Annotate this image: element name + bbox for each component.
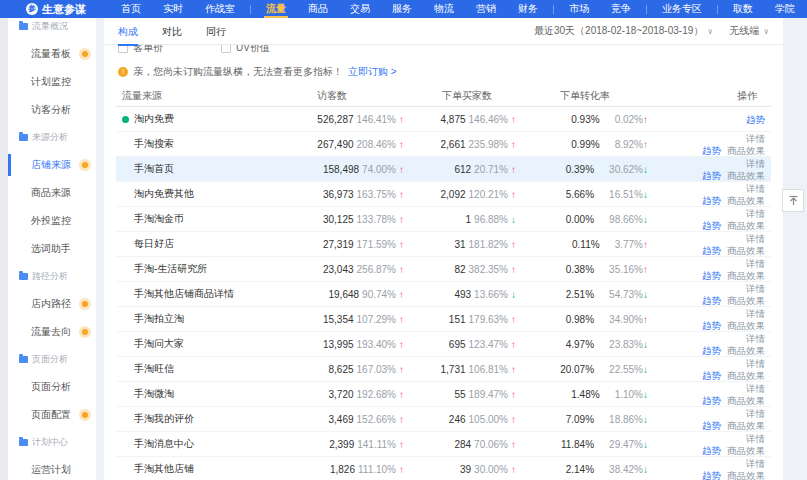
metric-checkbox-UV价值[interactable]: UV价值 — [221, 45, 270, 55]
nav-item-商品[interactable]: 商品 — [297, 0, 339, 18]
nav-item-市场[interactable]: 市场 — [558, 0, 600, 18]
detail-link[interactable]: 详情 — [746, 208, 765, 219]
sidebar-item-外投监控[interactable]: 外投监控 — [8, 207, 96, 235]
product-effect-link[interactable]: 商品效果 — [727, 145, 765, 156]
sidebar-item-店内路径[interactable]: 店内路径 — [8, 290, 96, 318]
trend-link[interactable]: 趋势 — [702, 470, 721, 480]
sidebar-section-流量概况[interactable]: 流量概况 — [8, 18, 96, 40]
detail-link[interactable]: 详情 — [746, 358, 765, 369]
nav-item-作战室[interactable]: 作战室 — [194, 0, 246, 18]
nav-item-服务[interactable]: 服务 — [381, 0, 423, 18]
detail-link[interactable]: 详情 — [746, 133, 765, 144]
nav-item-物流[interactable]: 物流 — [423, 0, 465, 18]
trend-link[interactable]: 趋势 — [702, 295, 721, 306]
conversion-cell: 20.07%22.55%↓ — [544, 364, 686, 375]
sidebar-item-店铺来源[interactable]: 店铺来源 — [8, 151, 96, 179]
metric-value: 15,354 — [323, 314, 354, 325]
product-effect-link[interactable]: 商品效果 — [727, 420, 765, 431]
sidebar-item-访客分析[interactable]: 访客分析 — [8, 96, 96, 124]
detail-link[interactable]: 详情 — [746, 233, 765, 244]
product-effect-link[interactable]: 商品效果 — [727, 170, 765, 181]
nav-item-营销[interactable]: 营销 — [465, 0, 507, 18]
metric-value: 158,498 — [323, 164, 359, 175]
sidebar-section-页面分析[interactable]: 页面分析 — [8, 346, 96, 373]
nav-item-交易[interactable]: 交易 — [339, 0, 381, 18]
sidebar-item-商品来源[interactable]: 商品来源 — [8, 179, 96, 207]
product-effect-link[interactable]: 商品效果 — [727, 470, 765, 480]
source-name-cell: 手淘问大家 — [116, 337, 301, 351]
back-to-top-button[interactable] — [782, 189, 804, 212]
subscribe-link[interactable]: 立即订购 > — [348, 65, 397, 79]
product-effect-link[interactable]: 商品效果 — [727, 395, 765, 406]
trend-link[interactable]: 趋势 — [702, 395, 721, 406]
sidebar-section-计划中心[interactable]: 计划中心 — [8, 429, 96, 456]
tab-对比[interactable]: 对比 — [162, 18, 182, 45]
conversion-cell: 0.39%30.62%↓ — [544, 164, 686, 175]
nav-item-学院[interactable]: 学院 — [764, 0, 806, 18]
nav-item-流量[interactable]: 流量 — [255, 0, 297, 18]
product-effect-link[interactable]: 商品效果 — [727, 345, 765, 356]
sidebar-item-计划监控[interactable]: 计划监控 — [8, 68, 96, 96]
trend-link[interactable]: 趋势 — [702, 170, 721, 181]
tab-构成[interactable]: 构成 — [118, 18, 138, 45]
detail-link[interactable]: 详情 — [746, 158, 765, 169]
detail-link[interactable]: 详情 — [746, 433, 765, 444]
trend-link[interactable]: 趋势 — [702, 145, 721, 156]
trend-link[interactable]: 趋势 — [702, 420, 721, 431]
detail-link[interactable]: 详情 — [746, 333, 765, 344]
nav-item-竞争[interactable]: 竞争 — [600, 0, 642, 18]
source-name: 手淘首页 — [134, 162, 174, 176]
metric-value: 13,995 — [323, 339, 354, 350]
date-range-picker[interactable]: 最近30天（2018-02-18~2018-03-19） ∨ — [534, 24, 713, 38]
nav-item-取数[interactable]: 取数 — [722, 0, 764, 18]
detail-link[interactable]: 详情 — [746, 458, 765, 469]
main-layout: 流量概况流量看板计划监控访客分析来源分析店铺来源商品来源外投监控选词助手路径分析… — [0, 18, 807, 480]
sidebar-item-流量去向[interactable]: 流量去向 — [8, 318, 96, 346]
detail-link[interactable]: 详情 — [746, 383, 765, 394]
detail-link[interactable]: 详情 — [746, 258, 765, 269]
detail-link[interactable]: 详情 — [746, 308, 765, 319]
source-name-cell: 手淘消息中心 — [116, 437, 301, 451]
sidebar-item-运营计划[interactable]: 运营计划 — [8, 456, 96, 480]
product-effect-link[interactable]: 商品效果 — [727, 445, 765, 456]
product-effect-link[interactable]: 商品效果 — [727, 320, 765, 331]
arrow-up-icon: ↑ — [511, 414, 516, 425]
sidebar-item-流量看板[interactable]: 流量看板 — [8, 40, 96, 68]
terminal-label: 无线端 — [729, 24, 759, 38]
app-logo[interactable]: 参 生意参谋 — [26, 2, 86, 17]
sidebar-item-页面配置[interactable]: 页面配置 — [8, 401, 96, 429]
sidebar-item-页面分析[interactable]: 页面分析 — [8, 373, 96, 401]
detail-link[interactable]: 详情 — [746, 183, 765, 194]
trend-link[interactable]: 趋势 — [702, 445, 721, 456]
nav-item-财务[interactable]: 财务 — [507, 0, 549, 18]
product-effect-link[interactable]: 商品效果 — [727, 195, 765, 206]
trend-link[interactable]: 趋势 — [702, 370, 721, 381]
trend-link[interactable]: 趋势 — [746, 114, 765, 125]
product-effect-link[interactable]: 商品效果 — [727, 370, 765, 381]
table-row: 淘内免费526,287146.41%↑4,875146.46%↑0.93%0.0… — [116, 107, 771, 132]
product-effect-link[interactable]: 商品效果 — [727, 295, 765, 306]
trend-link[interactable]: 趋势 — [702, 270, 721, 281]
product-effect-link[interactable]: 商品效果 — [727, 245, 765, 256]
terminal-select[interactable]: 无线端 ∨ — [729, 24, 769, 38]
trend-link[interactable]: 趋势 — [702, 245, 721, 256]
nav-item-实时[interactable]: 实时 — [152, 0, 194, 18]
nav-item-业务专区[interactable]: 业务专区 — [651, 0, 713, 18]
sidebar-section-路径分析[interactable]: 路径分析 — [8, 263, 96, 290]
detail-link[interactable]: 详情 — [746, 283, 765, 294]
sidebar-section-来源分析[interactable]: 来源分析 — [8, 124, 96, 151]
detail-link[interactable]: 详情 — [746, 408, 765, 419]
sidebar-item-选词助手[interactable]: 选词助手 — [8, 235, 96, 263]
metric-delta: 106.81% — [469, 364, 508, 375]
metric-checkbox-客单价[interactable]: 客单价 — [118, 45, 163, 55]
trend-link[interactable]: 趋势 — [702, 220, 721, 231]
product-effect-link[interactable]: 商品效果 — [727, 220, 765, 231]
tab-同行[interactable]: 同行 — [206, 18, 226, 45]
trend-link[interactable]: 趋势 — [702, 345, 721, 356]
product-effect-link[interactable]: 商品效果 — [727, 270, 765, 281]
left-scroll-strip[interactable] — [0, 18, 8, 480]
metric-cell: 3,469152.66%↑ — [301, 414, 426, 425]
trend-link[interactable]: 趋势 — [702, 195, 721, 206]
nav-item-首页[interactable]: 首页 — [110, 0, 152, 18]
trend-link[interactable]: 趋势 — [702, 320, 721, 331]
